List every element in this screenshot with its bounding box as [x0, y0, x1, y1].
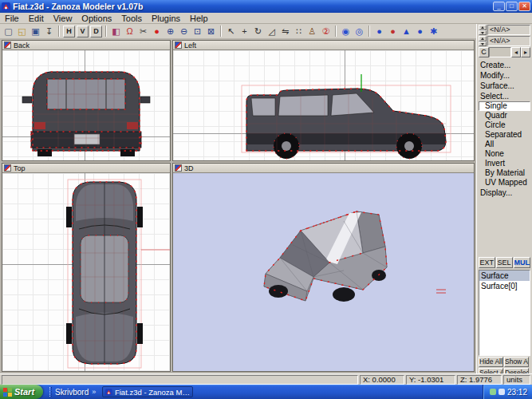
- close-button[interactable]: ✕: [518, 2, 530, 11]
- magnet-snap-icon[interactable]: Ω: [123, 25, 136, 38]
- select-mode-item[interactable]: Circle: [479, 120, 530, 130]
- zoom-region-icon[interactable]: ⊡: [191, 25, 204, 38]
- viewport-back-label: Back: [14, 41, 30, 50]
- surface-list-item[interactable]: Surface: [479, 271, 530, 281]
- import-icon[interactable]: ↧: [42, 25, 56, 38]
- app-icon[interactable]: [2, 2, 10, 11]
- minimize-button[interactable]: _: [493, 2, 505, 11]
- status-y-coordinate: Y: -1.0301: [406, 375, 455, 385]
- viewport-back-canvas[interactable]: [2, 50, 170, 160]
- surface-action-button[interactable]: Show All: [504, 357, 529, 367]
- material-editor-icon[interactable]: ◧: [109, 25, 123, 38]
- mode-button[interactable]: MUL: [514, 257, 531, 268]
- panel-button[interactable]: Create...: [479, 60, 530, 70]
- toolbar: ▢◱▣↧ HVD ◧Ω✂●⊕⊖⊡⊠ ↖+↻◿⇋∷♙② ◉◎: [0, 24, 476, 39]
- rotate-icon[interactable]: ↻: [251, 25, 265, 38]
- zoom-out-icon[interactable]: ⊖: [177, 25, 191, 38]
- select-mode-item[interactable]: All: [479, 140, 530, 149]
- windows-flag-icon: [3, 388, 12, 397]
- star-primitive-icon[interactable]: ✱: [427, 25, 440, 38]
- maximize-button[interactable]: □: [506, 2, 518, 11]
- render-icon[interactable]: ◉: [339, 25, 353, 38]
- menu-item[interactable]: File: [0, 13, 24, 24]
- menu-item[interactable]: View: [49, 13, 77, 24]
- car-3d-model: [173, 173, 474, 371]
- viewport-menu-icon[interactable]: [4, 41, 11, 49]
- cone-primitive-icon[interactable]: ▲: [400, 25, 413, 38]
- mode-button[interactable]: SEL: [496, 257, 513, 268]
- character-icon[interactable]: ♙: [305, 25, 319, 38]
- panel-button-group: Create...Modify...Surface...Select...: [479, 60, 530, 101]
- quicklaunch-chevron-icon[interactable]: »: [92, 388, 96, 396]
- mode-button[interactable]: EXT: [479, 257, 495, 268]
- value-field[interactable]: <N/A>: [487, 25, 530, 35]
- select-mode-item[interactable]: By Material: [479, 168, 530, 178]
- menu-item[interactable]: Edit: [24, 13, 49, 24]
- zoom-in-icon[interactable]: ⊕: [164, 25, 177, 38]
- sidebar: <N/A> <N/A> C ◂ ▸ Create...Modify...Surf…: [476, 24, 532, 373]
- render-toolbar-group: ◉◎: [339, 25, 366, 38]
- tray-icon[interactable]: [499, 389, 505, 395]
- scale-icon[interactable]: ◿: [265, 25, 278, 38]
- select-mode-item[interactable]: Single: [479, 101, 530, 111]
- viewport-menu-icon[interactable]: [175, 41, 182, 49]
- car-back-wireframe: [2, 50, 170, 160]
- select-mode-item[interactable]: Separated: [479, 130, 530, 140]
- ball-primitive-icon[interactable]: ●: [413, 25, 427, 38]
- mirror-icon[interactable]: ⇋: [278, 25, 292, 38]
- toolbar-grip[interactable]: [49, 387, 52, 397]
- select-mode-item[interactable]: UV Mapped: [479, 178, 530, 188]
- select-icon[interactable]: ↖: [224, 25, 238, 38]
- panel-button[interactable]: Select...: [479, 91, 530, 101]
- preview-icon[interactable]: ◎: [353, 25, 366, 38]
- array-icon[interactable]: ∷: [292, 25, 305, 38]
- surface-list-item[interactable]: Surface[0]: [479, 281, 530, 291]
- view-toggle-button[interactable]: V: [77, 26, 89, 38]
- save-file-icon[interactable]: ▣: [29, 25, 42, 38]
- value-field[interactable]: <N/A>: [487, 36, 530, 46]
- panel-button[interactable]: Surface...: [479, 81, 530, 91]
- start-label: Start: [14, 387, 34, 397]
- scroll-left-icon[interactable]: ◂: [511, 47, 521, 57]
- viewport-menu-icon[interactable]: [4, 164, 11, 172]
- quicklaunch-label[interactable]: Skrivbord: [55, 388, 89, 397]
- c-button[interactable]: C: [479, 47, 489, 57]
- record-icon[interactable]: ●: [150, 25, 164, 38]
- zoom-extents-icon[interactable]: ⊠: [204, 25, 218, 38]
- scroll-right-icon[interactable]: ▸: [521, 47, 530, 57]
- panel-button[interactable]: Modify...: [479, 70, 530, 81]
- viewport-top-canvas[interactable]: [2, 173, 170, 371]
- surface-action-button[interactable]: Deselect: [504, 368, 529, 373]
- select-mode-item[interactable]: Invert: [479, 159, 530, 168]
- surface-action-button[interactable]: Select All: [479, 368, 503, 373]
- scroll-track[interactable]: [489, 47, 511, 57]
- viewport-menu-icon[interactable]: [175, 164, 182, 172]
- taskbar-task-button[interactable]: Fiat.z3d - Zanoza Mo...: [102, 386, 193, 397]
- menu-item[interactable]: Help: [185, 13, 213, 24]
- viewport-left-canvas[interactable]: [173, 50, 474, 160]
- tray-icon[interactable]: [490, 389, 496, 395]
- viewport-3d-canvas[interactable]: [173, 173, 474, 371]
- new-file-icon[interactable]: ▢: [2, 25, 15, 38]
- taskbar-clock: 23:12: [507, 388, 527, 397]
- open-file-icon[interactable]: ◱: [15, 25, 29, 38]
- viewport-3d-label: 3D: [184, 164, 194, 173]
- viewport-left: Left: [172, 40, 475, 161]
- spin-down-icon[interactable]: [479, 30, 487, 36]
- menu-item[interactable]: Options: [77, 13, 116, 24]
- select-mode-item[interactable]: None: [479, 149, 530, 159]
- move-icon[interactable]: +: [238, 25, 251, 38]
- menu-item[interactable]: Tools: [116, 13, 147, 24]
- select-mode-item[interactable]: Quadr: [479, 111, 530, 120]
- view-toggle-button[interactable]: D: [90, 26, 102, 38]
- view-toggle-button[interactable]: H: [63, 26, 75, 38]
- menu-item[interactable]: Plugins: [147, 13, 185, 24]
- surface-action-button[interactable]: Hide All: [479, 357, 503, 367]
- undo-level-icon[interactable]: ②: [319, 25, 333, 38]
- sphere-primitive-icon[interactable]: ●: [372, 25, 386, 38]
- spin-down-icon[interactable]: [479, 41, 487, 47]
- cut-icon[interactable]: ✂: [136, 25, 150, 38]
- geosphere-primitive-icon[interactable]: ●: [386, 25, 400, 38]
- start-button[interactable]: Start: [0, 385, 43, 399]
- display-button[interactable]: Display...: [479, 188, 530, 198]
